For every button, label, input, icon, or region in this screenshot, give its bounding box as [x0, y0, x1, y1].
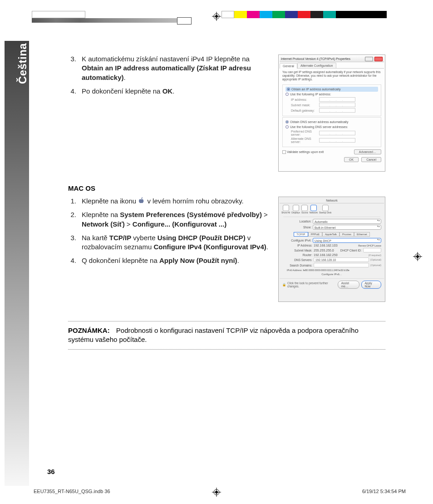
startup-disk-icon: [322, 205, 329, 211]
tab-appletalk: AppleTalk: [322, 232, 340, 237]
step-text: Klepněte na System Preferences (Systémov…: [82, 210, 270, 229]
cancel-button: Cancel: [361, 157, 381, 162]
dialog-description: You can get IP settings assigned automat…: [280, 69, 384, 84]
tab-ethernet: Ethernet: [354, 232, 370, 237]
footer-timestamp: 6/19/12 5:34:54 PM: [362, 489, 406, 494]
step-text: Na kartě TCP/IP vyberte Using DHCP (Použ…: [82, 233, 270, 252]
radio-use-following-dns: Use the following DNS server addresses:: [285, 124, 378, 129]
dialog-title: Internet Protocol Version 4 (TCP/IPv4) P…: [281, 57, 350, 60]
showall-icon: [283, 205, 289, 211]
list-item: 4. Po dokončení klepněte na OK.: [68, 87, 270, 96]
tab-general: General: [280, 63, 297, 69]
step-text: Klepněte na ikonu v levém horním rohu ob…: [82, 197, 270, 206]
step-number: 4.: [68, 87, 76, 96]
tab-tcpip: TCP/IP: [294, 232, 308, 237]
language-tab: Čeština: [5, 41, 29, 486]
help-icon: [365, 57, 373, 61]
list-item: 2. Klepněte na System Preferences (Systé…: [68, 210, 270, 229]
list-item: 3. Na kartě TCP/IP vyberte Using DHCP (P…: [68, 233, 270, 252]
close-icon: [374, 57, 383, 61]
advanced-button: Advanced…: [354, 149, 381, 154]
tab-pppoe: PPPoE: [308, 232, 322, 237]
page-number: 36: [47, 468, 55, 475]
step-text: K automatickému získání nastavení iPv4 I…: [82, 54, 270, 82]
list-item: 3. K automatickému získání nastavení iPv…: [68, 54, 270, 82]
radio-obtain-dns-auto: Obtain DNS server address automatically: [285, 119, 378, 124]
location-select: Automatic: [313, 219, 381, 224]
ok-button: OK: [344, 157, 359, 162]
note-box: POZNÁMKA: Podrobnosti o konfiguraci nast…: [68, 321, 385, 350]
list-item: 4. Q dokončení klepněte na Apply Now (Po…: [68, 256, 270, 265]
language-label: Čeština: [16, 43, 29, 84]
macos-heading: MAC OS: [68, 184, 385, 192]
validate-checkbox: Validate settings upon exit: [282, 150, 324, 154]
displays-icon: [293, 205, 299, 211]
radio-obtain-ip-auto: Obtain an IP address automatically: [285, 87, 378, 92]
step-number: 3.: [68, 54, 76, 82]
print-footer: EEU7355_RT-N65U_QSG.indb 36 6/19/12 5:34…: [34, 489, 406, 494]
configure-ipv4-select: Using DHCP: [313, 238, 381, 243]
step-text: Q dokončení klepněte na Apply Now (Použí…: [82, 256, 270, 265]
apply-now-button: Apply Now: [361, 281, 381, 289]
sound-icon: [301, 205, 308, 211]
printer-grey-strip: [32, 18, 177, 23]
dialog-title: Network: [280, 198, 384, 203]
page-content: 3. K automatickému získání nastavení iPv…: [68, 54, 385, 350]
step-number: 1.: [68, 197, 76, 206]
windows-ipv4-dialog-screenshot: Internet Protocol Version 4 (TCP/IPv4) P…: [278, 54, 385, 172]
configure-ipv6-button: Configure IPv6…: [321, 273, 342, 276]
step-number: 4.: [68, 256, 76, 265]
show-select: Built-in Ethernet: [313, 225, 381, 230]
step-text: Po dokončení klepněte na OK.: [82, 87, 270, 96]
renew-lease-button: Renew DHCP Lease: [358, 244, 381, 247]
tab-alternate: Alternate Configuration: [297, 63, 336, 68]
registration-mark-icon: [212, 12, 221, 21]
assist-button: Assist me…: [338, 281, 359, 289]
tab-proxies: Proxies: [340, 232, 354, 237]
step-number: 2.: [68, 210, 76, 229]
note-label: POZNÁMKA:: [68, 326, 110, 334]
lock-icon: 🔒: [282, 283, 286, 287]
network-icon: [310, 205, 317, 211]
registration-mark-icon: [413, 252, 422, 261]
printer-color-bar: [32, 11, 415, 18]
step-number: 3.: [68, 233, 76, 252]
macos-network-dialog-screenshot: Network Show All Displays Sound Network …: [278, 197, 385, 302]
list-item: 1. Klepněte na ikonu v levém horním rohu…: [68, 197, 270, 206]
apple-logo-icon: [138, 197, 145, 204]
note-text: Podrobnosti o konfiguraci nastavení TCP/…: [68, 326, 359, 343]
radio-use-following-ip: Use the following IP address:: [285, 92, 378, 97]
footer-filename: EEU7355_RT-N65U_QSG.indb 36: [34, 489, 110, 494]
